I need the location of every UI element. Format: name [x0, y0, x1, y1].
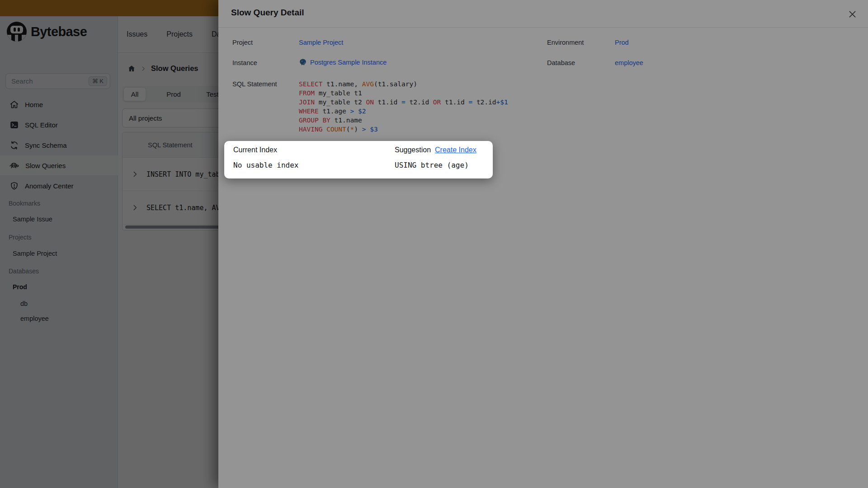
- suggestion-header: Suggestion Create Index: [395, 146, 476, 154]
- dim-overlay-over-panel: [0, 0, 868, 488]
- current-index-value: No usable index: [233, 161, 299, 169]
- create-index-link[interactable]: Create Index: [435, 146, 476, 154]
- suggestion-value: USING btree (age): [395, 161, 469, 169]
- suggestion-label: Suggestion: [395, 146, 431, 154]
- current-index-label: Current Index: [233, 146, 277, 154]
- index-suggestion-popup: Current Index Suggestion Create Index No…: [224, 141, 493, 178]
